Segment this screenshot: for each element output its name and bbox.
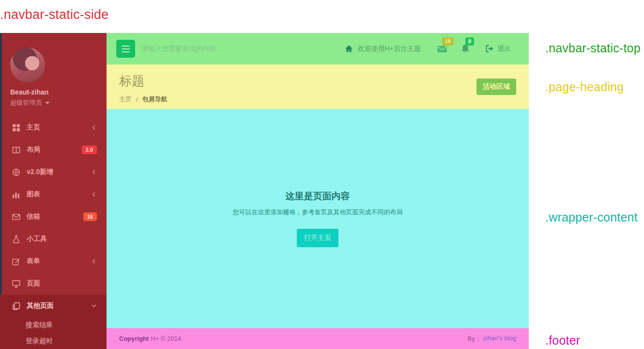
sidebar-item-label: 页面	[27, 279, 40, 288]
sidebar-toggle-button[interactable]	[116, 40, 135, 58]
flask-icon	[12, 235, 20, 243]
envelope-icon	[12, 213, 20, 221]
chevron-left-icon	[91, 125, 97, 130]
sidebar-item-label: 表单	[27, 257, 40, 266]
th-large-icon	[12, 124, 20, 132]
copyright-strong: Copyright	[119, 335, 149, 342]
columns-icon	[12, 146, 20, 154]
home-icon	[345, 45, 353, 53]
annotation-navbar-static-side: .navbar-static-side	[0, 7, 108, 22]
copy-icon	[12, 302, 20, 310]
sidebar-active-section: 其他页面 搜索结果 登录超时	[0, 295, 107, 349]
edit-icon	[12, 257, 20, 266]
avatar	[10, 48, 45, 82]
sidebar-nav: 主页 布局 2.0 v2.0新增 图表 信箱 16 小工具	[0, 116, 107, 349]
sidebar-item-forms[interactable]: 表单	[0, 250, 107, 272]
mailbox-count-badge: 16	[83, 212, 97, 221]
wrapper-content: 这里是页面内容 您可以在这里添加栅格，参考首页及其他页面完成不同的布局 打开主页	[107, 109, 529, 328]
welcome-message: 欢迎使用H+后台主题	[358, 45, 421, 53]
sidebar-item-label: 图表	[27, 190, 40, 199]
alerts-count-badge: 8	[465, 37, 474, 46]
sign-out-icon	[485, 45, 493, 53]
user-name: Beaut-zihan	[10, 88, 97, 96]
sidebar-item-label: 小工具	[27, 235, 47, 243]
sidebar-item-label: 其他页面	[27, 301, 54, 310]
chevron-left-icon	[91, 258, 97, 264]
caret-down-icon	[45, 102, 50, 104]
chevron-left-icon	[91, 169, 97, 175]
content-description: 您可以在这里添加栅格，参考首页及其他页面完成不同的布局	[233, 208, 403, 217]
byline-label: By：	[468, 334, 481, 343]
desktop-icon	[12, 280, 20, 288]
chevron-left-icon	[91, 191, 97, 197]
annotation-navbar-static-top: .navbar-static-top	[545, 41, 641, 55]
chevron-down-icon	[91, 303, 97, 309]
user-role-label: 超级管理员	[10, 98, 42, 107]
annotation-page-heading: .page-heading	[545, 80, 624, 94]
action-area-button[interactable]: 活动区域	[476, 79, 516, 95]
content-heading: 这里是页面内容	[286, 190, 350, 203]
open-home-button[interactable]: 打开主页	[297, 229, 338, 247]
sidebar-item-charts[interactable]: 图表	[0, 183, 107, 206]
sidebar-item-layouts[interactable]: 布局 2.0	[0, 139, 107, 161]
logout-label: 退出	[497, 45, 511, 53]
sidebar-item-mailbox[interactable]: 信箱 16	[0, 206, 107, 228]
breadcrumb-home-link[interactable]: 主页	[119, 95, 132, 104]
sidebar-item-other-pages[interactable]: 其他页面	[0, 295, 107, 317]
user-role-dropdown[interactable]: 超级管理员	[10, 98, 97, 107]
messages-count-badge: 16	[442, 37, 454, 46]
breadcrumb: 主页 / 包屑导航	[119, 95, 529, 104]
main-wrapper: 欢迎使用H+后台主题 16 8 退出 标题 主页 / 包屑导航 活动区域 这里是…	[107, 33, 529, 349]
page-title: 标题	[119, 64, 529, 90]
logout-link[interactable]: 退出	[485, 45, 511, 53]
alerts-dropdown[interactable]: 8	[460, 44, 471, 54]
search-input[interactable]	[141, 41, 301, 56]
copyright-rest: H+ © 2014	[151, 335, 181, 342]
sidebar-subitem-search-results[interactable]: 搜索结果	[0, 317, 107, 333]
user-profile: Beaut-zihan 超级管理员	[10, 48, 97, 107]
copyright-text: CopyrightH+ © 2014	[119, 335, 181, 342]
page-heading: 标题 主页 / 包屑导航 活动区域	[107, 64, 529, 109]
sidebar-item-label: 信箱	[27, 212, 40, 221]
layout-version-badge: 2.0	[82, 145, 97, 154]
footer: CopyrightH+ © 2014 By： zihan's blog	[107, 328, 529, 349]
sidebar-item-label: 主页	[27, 123, 40, 132]
annotation-footer: .footer	[545, 333, 580, 348]
sidebar-item-label: v2.0新增	[27, 168, 53, 176]
breadcrumb-current: 包屑导航	[142, 95, 168, 104]
top-navbar: 欢迎使用H+后台主题 16 8 退出	[107, 33, 529, 64]
sidebar-subitem-login-timeout[interactable]: 登录超时	[0, 333, 107, 349]
topbar-right: 欢迎使用H+后台主题 16 8 退出	[345, 33, 511, 64]
sidebar-item-v2-new[interactable]: v2.0新增	[0, 161, 107, 183]
annotation-wrapper-content: .wrapper-content	[545, 210, 638, 224]
sidebar-item-widgets[interactable]: 小工具	[0, 228, 107, 250]
globe-icon	[12, 168, 20, 176]
sidebar-item-home[interactable]: 主页	[0, 116, 107, 139]
sidebar: Beaut-zihan 超级管理员 主页 布局 2.0 v2.0新增 图表	[0, 33, 107, 349]
sidebar-item-pages[interactable]: 页面	[0, 272, 107, 295]
bar-chart-icon	[12, 190, 20, 199]
author-blog-link[interactable]: zihan's blog	[483, 334, 516, 343]
byline: By： zihan's blog	[468, 334, 516, 343]
messages-dropdown[interactable]: 16	[437, 44, 447, 54]
breadcrumb-separator: /	[136, 96, 138, 103]
sidebar-item-label: 布局	[27, 145, 40, 154]
